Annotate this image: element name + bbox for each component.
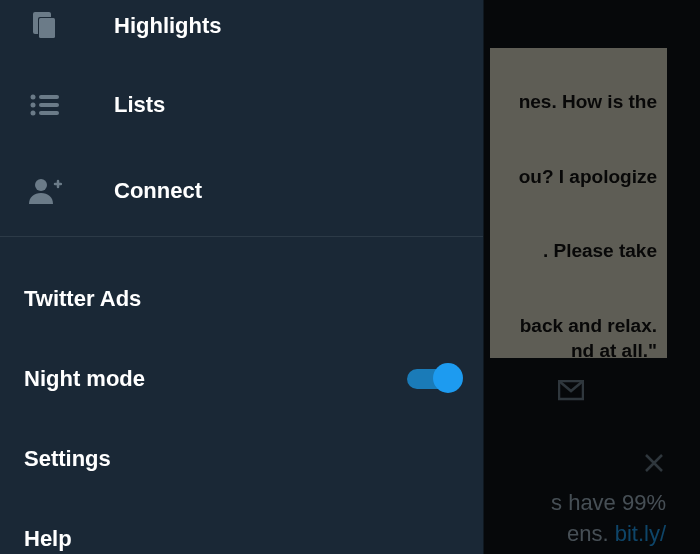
lists-icon (24, 84, 66, 126)
svg-rect-8 (39, 111, 59, 115)
svg-point-3 (31, 95, 36, 100)
nav-item-night-mode[interactable]: Night mode (0, 339, 483, 419)
nav-item-help[interactable]: Help (0, 499, 483, 554)
svg-point-9 (35, 179, 47, 191)
nav-item-highlights[interactable]: Highlights (0, 0, 483, 50)
nav-item-ads[interactable]: Twitter Ads (0, 259, 483, 339)
nav-label: Night mode (24, 366, 145, 392)
night-mode-toggle[interactable] (407, 369, 459, 389)
nav-label: Settings (24, 446, 111, 472)
svg-rect-2 (39, 18, 55, 38)
svg-rect-6 (39, 103, 59, 107)
nav-item-connect[interactable]: Connect (0, 156, 483, 226)
svg-rect-4 (39, 95, 59, 99)
svg-point-7 (31, 111, 36, 116)
nav-label: Highlights (114, 13, 222, 39)
nav-item-settings[interactable]: Settings (0, 419, 483, 499)
nav-label: Help (24, 526, 72, 552)
nav-label: Lists (114, 92, 165, 118)
nav-item-lists[interactable]: Lists (0, 70, 483, 140)
svg-point-5 (31, 103, 36, 108)
toggle-knob (433, 363, 463, 393)
connect-icon (24, 170, 66, 212)
highlights-icon (24, 5, 66, 47)
nav-label: Connect (114, 178, 202, 204)
navigation-drawer: Highlights Lists (0, 0, 484, 554)
nav-label: Twitter Ads (24, 286, 141, 312)
